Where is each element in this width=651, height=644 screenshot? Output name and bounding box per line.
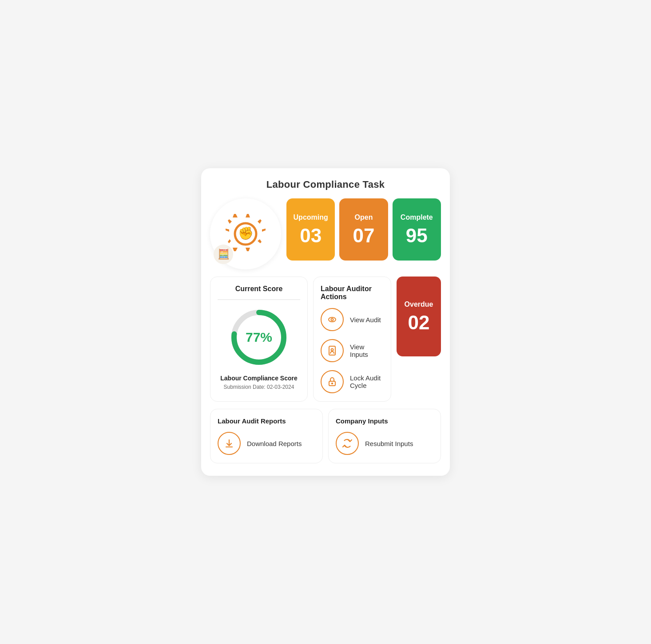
bottom-row: Labour Audit Reports Download Reports Co… <box>210 409 441 463</box>
lock-audit-label: Lock Audit Cycle <box>350 374 384 389</box>
download-icon-wrap <box>218 432 241 455</box>
svg-point-7 <box>331 349 333 351</box>
open-count: 07 <box>353 226 375 245</box>
middle-row: Current Score 77% Labour Compliance Scor… <box>210 277 441 402</box>
refresh-icon-wrap <box>336 432 359 455</box>
page-title: Labour Compliance Task <box>210 179 441 190</box>
svg-point-5 <box>331 319 333 321</box>
view-inputs-label: View Inputs <box>350 343 384 358</box>
top-row: ✊ 🧮 Upcoming 03 Open 07 Complete 95 <box>210 198 441 269</box>
task-card-complete[interactable]: Complete 95 <box>393 198 441 261</box>
resubmit-inputs-action[interactable]: Resubmit Inputs <box>336 432 433 455</box>
resubmit-inputs-label: Resubmit Inputs <box>365 440 413 447</box>
task-card-open[interactable]: Open 07 <box>339 198 388 261</box>
action-lock-audit[interactable]: Lock Audit Cycle <box>321 370 384 393</box>
company-inputs-card: Company Inputs Resubmit Inputs <box>328 409 441 463</box>
task-cards: Upcoming 03 Open 07 Complete 95 <box>286 198 441 261</box>
refresh-icon <box>342 438 353 449</box>
action-view-audit[interactable]: View Audit <box>321 308 384 331</box>
hero-icon: ✊ 🧮 <box>210 198 281 269</box>
complete-count: 95 <box>406 226 428 245</box>
lock-icon-wrap <box>321 370 344 393</box>
score-card-title: Current Score <box>218 285 300 293</box>
upcoming-count: 03 <box>300 226 322 245</box>
action-view-inputs[interactable]: View Inputs <box>321 339 384 362</box>
auditor-actions-title: Labour Auditor Actions <box>321 285 384 301</box>
file-user-icon-wrap <box>321 339 344 362</box>
score-date: Submission Date: 02-03-2024 <box>224 384 294 390</box>
score-percent: 77% <box>246 330 272 345</box>
open-label: Open <box>355 213 373 221</box>
svg-text:✊: ✊ <box>238 226 254 241</box>
eye-icon <box>327 314 337 325</box>
score-circle: 77% <box>228 306 290 368</box>
company-inputs-title: Company Inputs <box>336 417 433 425</box>
score-card: Current Score 77% Labour Compliance Scor… <box>210 277 308 402</box>
lock-icon <box>327 376 337 387</box>
task-card-upcoming[interactable]: Upcoming 03 <box>286 198 335 261</box>
reports-card: Labour Audit Reports Download Reports <box>210 409 323 463</box>
score-divider <box>218 299 300 300</box>
reports-card-title: Labour Audit Reports <box>218 417 315 425</box>
score-name: Labour Compliance Score <box>220 375 297 382</box>
calculator-badge: 🧮 <box>214 245 233 264</box>
svg-point-9 <box>332 383 333 384</box>
download-reports-label: Download Reports <box>247 440 302 447</box>
file-user-icon <box>327 345 337 356</box>
overdue-card[interactable]: Overdue 02 <box>397 277 441 356</box>
eye-icon-wrap <box>321 308 344 331</box>
auditor-actions-card: Labour Auditor Actions View Audit <box>313 277 391 402</box>
download-reports-action[interactable]: Download Reports <box>218 432 315 455</box>
main-container: Labour Compliance Task ✊ 🧮 <box>201 168 450 476</box>
complete-label: Complete <box>401 213 433 221</box>
upcoming-label: Upcoming <box>294 213 328 221</box>
download-icon <box>224 438 234 449</box>
view-audit-label: View Audit <box>350 316 381 324</box>
overdue-label: Overdue <box>405 300 433 308</box>
overdue-count: 02 <box>408 313 430 332</box>
